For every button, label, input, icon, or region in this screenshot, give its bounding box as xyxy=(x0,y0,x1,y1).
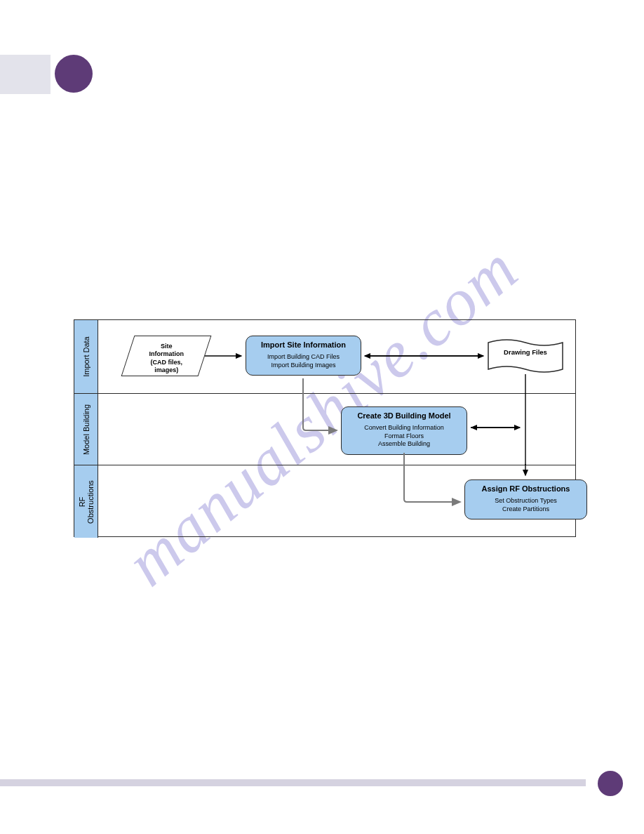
create-model-process: Create 3D Building Model Convert Buildin… xyxy=(341,406,467,455)
import-site-l2: Import Building Images xyxy=(271,362,335,369)
footer-dot-icon xyxy=(598,771,623,796)
create-model-title: Create 3D Building Model xyxy=(347,411,461,420)
import-site-process: Import Site Information Import Building … xyxy=(246,336,361,376)
drawing-files-text: Drawing Files xyxy=(488,348,563,356)
lane-body-rf: Assign RF Obstructions Set Obstruction T… xyxy=(98,465,575,538)
assign-rf-l1: Set Obstruction Types xyxy=(495,497,556,504)
lane-label-text: Import Data xyxy=(81,336,90,376)
site-info-l4: images) xyxy=(154,366,178,373)
footer-bar xyxy=(0,779,586,786)
lane-label-text: RF Obstructions xyxy=(77,480,94,524)
create-model-l3: Assemble Building xyxy=(378,440,430,447)
create-model-lines: Convert Building Information Format Floo… xyxy=(347,424,461,449)
site-info-l3: (CAD files, xyxy=(151,359,183,366)
lane-model-building: Model Building Create 3D Building Model … xyxy=(74,393,575,465)
drawing-files-shape: Drawing Files xyxy=(488,338,563,373)
import-site-l1: Import Building CAD Files xyxy=(267,353,340,360)
swimlane-diagram: Import Data Site Information (CAD files,… xyxy=(74,319,576,537)
assign-rf-lines: Set Obstruction Types Create Partitions xyxy=(471,497,581,513)
create-model-l1: Convert Building Information xyxy=(364,424,444,431)
assign-rf-process: Assign RF Obstructions Set Obstruction T… xyxy=(464,479,587,519)
site-info-l1: Site xyxy=(161,343,173,350)
import-site-lines: Import Building CAD Files Import Buildin… xyxy=(252,353,355,369)
lane-label-import: Import Data xyxy=(74,320,98,393)
lane-label-rf: RF Obstructions xyxy=(74,465,98,538)
lane-rf-obstructions: RF Obstructions Assign RF Obstructions S… xyxy=(74,465,575,538)
lane-label-text: Model Building xyxy=(81,404,90,454)
lane-import-data: Import Data Site Information (CAD files,… xyxy=(74,320,575,393)
header-accent xyxy=(0,55,51,94)
assign-rf-l2: Create Partitions xyxy=(502,505,549,512)
import-site-title: Import Site Information xyxy=(252,340,355,349)
site-info-input-shape: Site Information (CAD files, images) xyxy=(121,336,212,376)
document-icon xyxy=(488,338,563,378)
assign-rf-title: Assign RF Obstructions xyxy=(471,484,581,493)
header-dot-icon xyxy=(55,55,93,93)
lane-body-import: Site Information (CAD files, images) Imp… xyxy=(98,320,575,393)
lane-label-model: Model Building xyxy=(74,394,98,465)
site-info-content: Site Information (CAD files, images) xyxy=(128,336,204,374)
site-info-l2: Information xyxy=(149,350,185,357)
arrows-lane2 xyxy=(98,394,577,471)
create-model-l2: Format Floors xyxy=(384,432,424,439)
lane-body-model: Create 3D Building Model Convert Buildin… xyxy=(98,394,575,465)
